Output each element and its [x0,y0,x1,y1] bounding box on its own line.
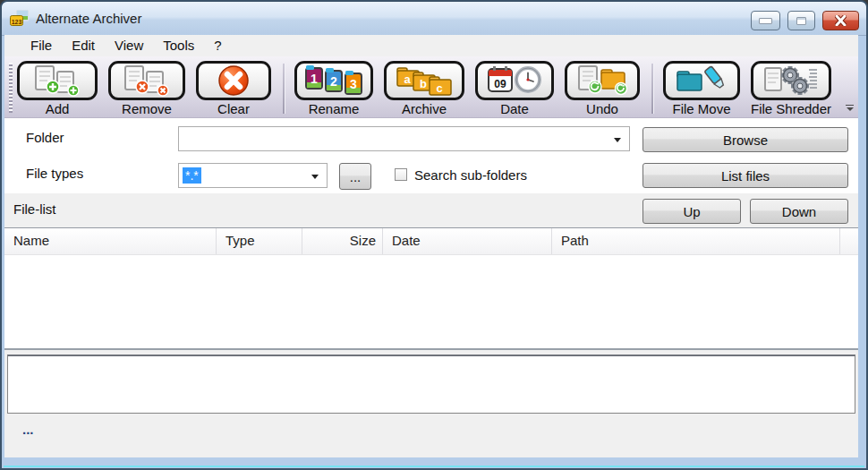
close-icon [835,15,847,26]
statusbar-text: ... [22,422,34,437]
rename-button[interactable]: 1 2 3 [294,61,373,116]
more-file-types-button[interactable]: ... [339,163,371,190]
list-files-button[interactable]: List files [642,163,848,188]
column-header-stub [840,228,858,254]
date-label: Date [500,101,529,116]
column-header-name[interactable]: Name [4,228,217,254]
add-label: Add [46,101,70,116]
archive-label: Archive [402,101,447,116]
toolbar-separator [283,64,285,114]
remove-files-icon [122,64,172,97]
window-controls [744,11,859,30]
up-label: Up [683,204,700,219]
app-window: 123 Alternate Archiver File Edit View To… [0,0,868,470]
date-calendar-clock-icon: 09 [487,64,542,97]
output-panel[interactable] [7,355,855,414]
svg-text:3: 3 [350,77,357,91]
down-label: Down [782,204,816,219]
table-body[interactable] [4,255,858,350]
table-header: Name Type Size Date Path [4,228,858,255]
file-list-section-label: File-list [13,201,56,217]
column-header-path[interactable]: Path [552,228,840,254]
close-button[interactable] [822,11,859,30]
svg-text:c: c [436,81,442,95]
column-header-type[interactable]: Type [217,228,302,254]
clear-button[interactable]: Clear [196,61,271,116]
overflow-bar-icon [846,105,854,106]
form-area: Folder Browse File types *.* ... Search … [4,118,858,193]
column-header-date[interactable]: Date [383,228,552,254]
search-subfolders-checkbox[interactable] [395,168,407,181]
menu-view[interactable]: View [105,35,153,56]
file-move-icon [676,64,728,97]
column-header-size[interactable]: Size [302,228,383,254]
down-button[interactable]: Down [750,199,848,224]
titlebar[interactable]: 123 Alternate Archiver [2,2,866,36]
clear-label: Clear [217,101,250,116]
archive-button[interactable]: a b c Arch [384,61,464,116]
file-shredder-icon [763,64,819,97]
rename-icon: 1 2 3 [304,64,363,97]
undo-icon [576,64,628,97]
minimize-button[interactable] [751,11,780,30]
add-button[interactable]: Add [17,61,98,116]
date-button[interactable]: 09 Date [475,61,554,116]
toolbar-grip-handle[interactable] [9,63,13,113]
browse-label: Browse [723,132,768,148]
file-list-table: Name Type Size Date Path [4,227,858,350]
archive-folders-icon: a b c [396,64,453,97]
clear-icon [217,64,251,98]
file-types-combobox[interactable]: *.* [178,163,328,188]
svg-text:a: a [404,73,411,86]
svg-text:123: 123 [12,19,22,25]
maximize-button[interactable] [787,11,815,30]
folder-label: Folder [26,130,64,145]
chevron-down-icon[interactable] [614,138,621,142]
remove-label: Remove [122,101,172,116]
file-types-value: *.* [183,167,201,184]
maximize-icon [796,17,806,25]
chevron-down-icon [847,107,854,111]
svg-text:2: 2 [330,74,337,89]
window-bottom-accent [4,466,864,467]
menu-tools[interactable]: Tools [153,35,204,56]
file-list-band: File-list Up Down [4,193,858,227]
file-shredder-label: File Shredder [751,101,831,116]
ellipsis-label: ... [350,169,362,184]
svg-text:1: 1 [311,72,318,86]
svg-text:09: 09 [494,78,506,90]
file-shredder-button[interactable]: File Shredder [751,61,831,116]
add-files-icon [32,64,82,97]
rename-label: Rename [309,101,360,116]
toolbar: Add Remove [4,56,858,118]
search-subfolders-label: Search sub-folders [414,167,527,183]
toolbar-separator [651,64,654,114]
svg-text:b: b [420,77,427,90]
chevron-down-icon[interactable] [311,175,319,179]
undo-label: Undo [586,101,618,116]
up-button[interactable]: Up [642,199,741,224]
minimize-icon [759,18,772,24]
folder-combobox[interactable] [178,126,630,151]
menu-help[interactable]: ? [204,35,231,56]
file-move-label: File Move [672,101,730,116]
undo-button[interactable]: Undo [565,61,640,116]
list-files-label: List files [721,168,770,184]
window-title: Alternate Archiver [36,2,141,35]
menu-edit[interactable]: Edit [62,35,105,56]
file-types-label: File types [26,166,83,181]
menubar: File Edit View Tools ? [4,35,858,56]
browse-button[interactable]: Browse [642,127,848,152]
menu-file[interactable]: File [21,35,62,56]
app-icon[interactable]: 123 [10,10,30,27]
file-move-button[interactable]: File Move [663,61,740,116]
toolbar-overflow-button[interactable] [846,105,854,111]
remove-button[interactable]: Remove [108,61,185,116]
client-area: File Edit View Tools ? [4,35,858,457]
